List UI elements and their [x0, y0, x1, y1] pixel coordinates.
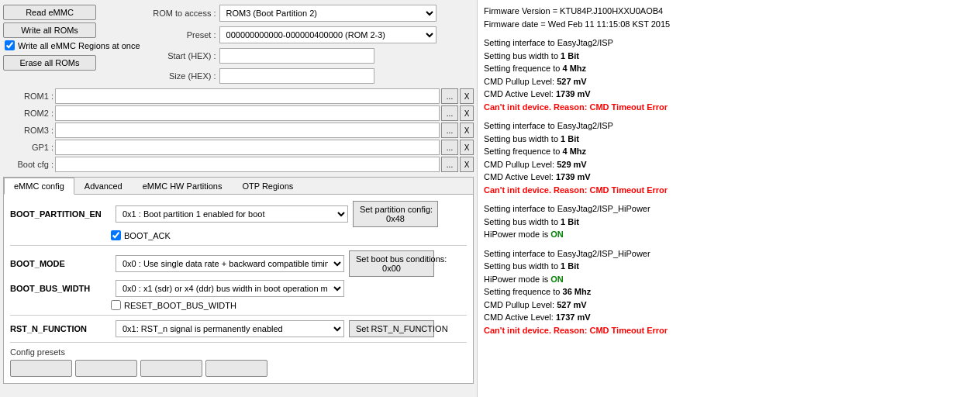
log-line [484, 196, 974, 202]
rom1-browse-button[interactable]: ... [441, 88, 458, 104]
config-presets-label: Config presets [10, 347, 467, 357]
divider-1 [10, 245, 467, 246]
start-hex-label: Start (HEX) : [147, 51, 216, 60]
log-line: Setting bus width to 1 Bit [484, 216, 974, 229]
bootcfg-label: Boot cfg : [3, 160, 53, 169]
start-hex-input[interactable]: 0x000000000000 [219, 48, 374, 64]
log-line [484, 241, 974, 247]
size-hex-input[interactable]: 0x000000400000 [219, 68, 374, 84]
preset-btn-2[interactable] [75, 360, 137, 377]
preset-label: Preset : [147, 30, 216, 40]
log-line: Setting interface to EasyJtag2/ISP_HiPow… [484, 247, 974, 261]
boot-partition-en-label: BOOT_PARTITION_EN [10, 209, 111, 219]
log-line: CMD Pullup Level: 529 mV [484, 158, 974, 171]
bootcfg-browse-button[interactable]: ... [441, 157, 458, 172]
tab-emmc-config[interactable]: eMMC config [4, 178, 74, 195]
boot-bus-width-select[interactable]: 0x0 : x1 (sdr) or x4 (ddr) bus width in … [116, 280, 344, 297]
set-rst-n-function-button[interactable]: Set RST_N_FUNCTION [349, 320, 434, 337]
log-line: Setting interface to EasyJtag2/ISP [484, 36, 974, 50]
gp1-clear-button[interactable]: X [460, 140, 474, 155]
preset-btn-3[interactable] [140, 360, 202, 377]
log-line: CMD Active Level: 1739 mV [484, 171, 974, 184]
rom-file-rows: ROM1 : C:\Users\NAZMUL SAJAL\Desktop\Sam… [3, 88, 474, 172]
log-line: CMD Active Level: 1737 mV [484, 311, 974, 324]
log-line [484, 113, 974, 119]
reset-boot-bus-width-checkbox[interactable] [111, 300, 121, 310]
log-line: Setting frequence to 4 Mhz [484, 145, 974, 158]
log-line: HiPower mode is ON [484, 228, 974, 241]
rom1-clear-button[interactable]: X [460, 88, 474, 104]
gp1-input[interactable]: Select eMMC GP1 Image file [55, 140, 440, 155]
rom3-browse-button[interactable]: ... [441, 123, 458, 138]
set-boot-bus-conditions-button[interactable]: Set boot bus conditions: 0x00 [349, 250, 434, 277]
preset-btn-4[interactable] [205, 360, 267, 377]
rst-n-function-select[interactable]: 0x1: RST_n signal is permanently enabled [116, 320, 344, 337]
log-line: Firmware Version = KTU84P.J100HXXU0AOB4 [484, 5, 974, 18]
rst-n-function-label: RST_N_FUNCTION [10, 324, 111, 333]
log-line: CMD Pullup Level: 527 mV [484, 75, 974, 88]
tab-otp-regions[interactable]: OTP Regions [232, 178, 303, 194]
boot-ack-checkbox[interactable] [111, 230, 121, 240]
size-hex-label: Size (HEX) : [147, 71, 216, 81]
left-panel: Read eMMC Write all ROMs Write all eMMC … [0, 0, 477, 397]
log-line: CMD Active Level: 1739 mV [484, 88, 974, 101]
reset-boot-bus-width-label: RESET_BOOT_BUS_WIDTH [124, 301, 236, 310]
boot-bus-width-label: BOOT_BUS_WIDTH [10, 284, 111, 293]
tab-emmc-hw-partitions[interactable]: eMMC HW Partitions [133, 178, 233, 194]
preset-btn-1[interactable] [10, 360, 72, 377]
boot-mode-label: BOOT_MODE [10, 259, 111, 268]
write-all-regions-checkbox[interactable] [5, 40, 15, 50]
erase-all-roms-button[interactable]: Erase all ROMs [3, 55, 96, 71]
boot-partition-en-select[interactable]: 0x1 : Boot partition 1 enabled for boot [116, 205, 348, 223]
log-panel: Firmware Version = KTU84P.J100HXXU0AOB4F… [477, 0, 980, 397]
rom3-clear-button[interactable]: X [460, 123, 474, 138]
rom3-label: ROM3 : [3, 126, 53, 135]
log-line: CMD Pullup Level: 527 mV [484, 299, 974, 312]
log-line: Setting bus width to 1 Bit [484, 260, 974, 273]
log-line: Firmware date = Wed Feb 11 11:15:08 KST … [484, 18, 974, 31]
log-line: Setting bus width to 1 Bit [484, 133, 974, 146]
gp1-label: GP1 : [3, 143, 53, 152]
bootcfg-input[interactable]: C:\Users\NAZMUL SAJAL\Desktop\Samsung_SM… [55, 157, 440, 172]
rom3-input[interactable]: C:\Users\NAZMUL SAJAL\Desktop\Samsung_SM… [55, 123, 440, 138]
boot-mode-select[interactable]: 0x0 : Use single data rate + backward co… [116, 255, 344, 272]
write-all-regions-label: Write all eMMC Regions at once [18, 41, 140, 50]
preset-select[interactable]: 000000000000-000000400000 (ROM 2-3) [219, 26, 437, 43]
write-all-roms-button[interactable]: Write all ROMs [3, 22, 96, 38]
rom1-input[interactable]: C:\Users\NAZMUL SAJAL\Desktop\Samsung_SM… [55, 88, 440, 104]
rom1-label: ROM1 : [3, 91, 53, 101]
rom2-browse-button[interactable]: ... [441, 105, 458, 121]
gp1-browse-button[interactable]: ... [441, 140, 458, 155]
log-line [484, 30, 974, 36]
rom2-clear-button[interactable]: X [460, 105, 474, 121]
log-line: Can't init device. Reason: CMD Timeout E… [484, 324, 974, 337]
log-line: Setting bus width to 1 Bit [484, 50, 974, 63]
rom-access-select[interactable]: ROM3 (Boot Partition 2) [219, 5, 437, 22]
rom2-label: ROM2 : [3, 109, 53, 118]
log-line: Setting frequence to 4 Mhz [484, 62, 974, 75]
rom-access-label: ROM to access : [147, 9, 216, 18]
log-line: Setting frequence to 36 Mhz [484, 285, 974, 299]
read-emmc-button[interactable]: Read eMMC [3, 5, 96, 20]
rom2-input[interactable]: C:\Users\NAZMUL SAJAL\Desktop\Samsung_SM… [55, 105, 440, 121]
boot-ack-label: BOOT_ACK [124, 231, 171, 240]
log-line: HiPower mode is ON [484, 273, 974, 286]
bootcfg-clear-button[interactable]: X [460, 157, 474, 172]
tab-header: eMMC config Advanced eMMC HW Partitions … [4, 178, 473, 195]
log-line: Setting interface to EasyJtag2/ISP_HiPow… [484, 202, 974, 216]
log-line: Can't init device. Reason: CMD Timeout E… [484, 101, 974, 114]
divider-2 [10, 315, 467, 316]
emmc-config-content: BOOT_PARTITION_EN 0x1 : Boot partition 1… [4, 195, 473, 383]
set-partition-config-button[interactable]: Set partition config: 0x48 [353, 201, 438, 227]
log-line: Can't init device. Reason: CMD Timeout E… [484, 184, 974, 197]
tab-advanced[interactable]: Advanced [74, 178, 133, 194]
tab-panel: eMMC config Advanced eMMC HW Partitions … [3, 177, 474, 384]
divider-3 [10, 342, 467, 343]
log-line: Setting interface to EasyJtag2/ISP [484, 119, 974, 133]
